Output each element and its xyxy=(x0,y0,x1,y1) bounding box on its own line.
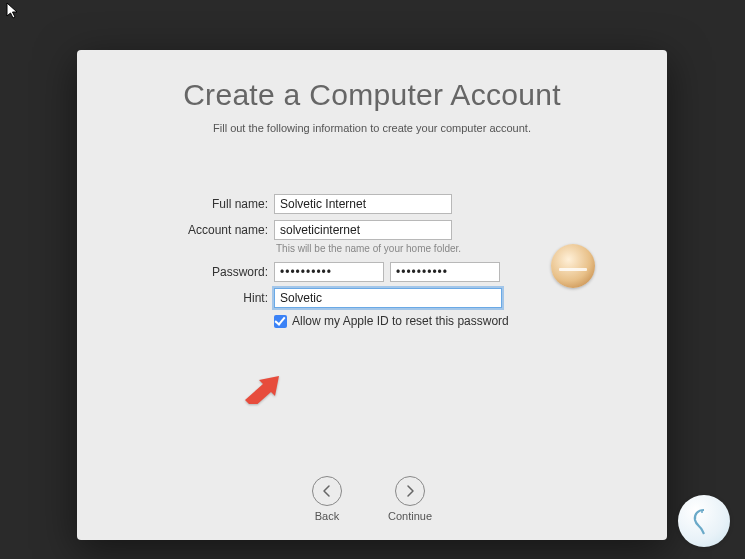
cursor-pointer xyxy=(6,2,20,20)
hint-label: Hint: xyxy=(77,291,274,305)
continue-arrow-icon xyxy=(395,476,425,506)
svg-point-0 xyxy=(701,511,703,513)
nav-bar: Back Continue xyxy=(77,476,667,522)
full-name-label: Full name: xyxy=(77,197,274,211)
account-name-input[interactable] xyxy=(274,220,452,240)
create-account-dialog: Create a Computer Account Fill out the f… xyxy=(77,50,667,540)
account-avatar[interactable] xyxy=(551,244,595,288)
account-name-helper: This will be the name of your home folde… xyxy=(274,243,667,254)
allow-apple-id-label: Allow my Apple ID to reset this password xyxy=(292,314,509,328)
hint-input[interactable] xyxy=(274,288,502,308)
back-label: Back xyxy=(315,510,339,522)
password-verify-input[interactable] xyxy=(390,262,500,282)
continue-button[interactable]: Continue xyxy=(388,476,432,522)
annotation-arrow xyxy=(243,376,279,404)
back-arrow-icon xyxy=(312,476,342,506)
full-name-input[interactable] xyxy=(274,194,452,214)
account-name-label: Account name: xyxy=(77,223,274,237)
help-bubble-icon[interactable] xyxy=(678,495,730,547)
page-title: Create a Computer Account xyxy=(77,78,667,112)
allow-apple-id-checkbox[interactable] xyxy=(274,315,287,328)
back-button[interactable]: Back xyxy=(312,476,342,522)
password-label: Password: xyxy=(77,265,274,279)
continue-label: Continue xyxy=(388,510,432,522)
page-subtitle: Fill out the following information to cr… xyxy=(77,122,667,134)
password-input[interactable] xyxy=(274,262,384,282)
